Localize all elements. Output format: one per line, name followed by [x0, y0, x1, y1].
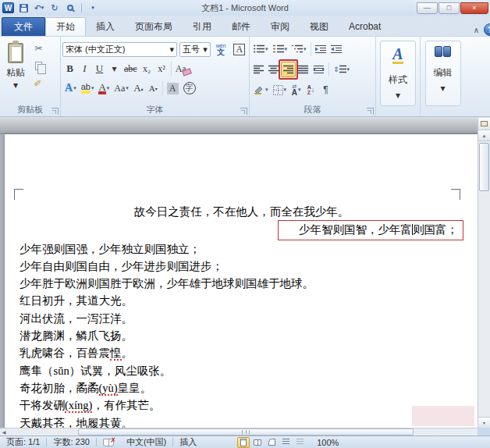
word-count[interactable]: 字数: 230 — [47, 436, 95, 448]
window-buttons: — □ × — [417, 2, 490, 14]
vertical-scrollbar[interactable]: ▴ ▾ — [478, 118, 490, 428]
doc-text: 少年强则国强，少年独立则国独立； — [20, 243, 201, 255]
text-highlight-button[interactable]: ab▾ — [79, 80, 97, 96]
close-button[interactable]: × — [460, 2, 488, 14]
zoom-level[interactable]: 100% — [311, 436, 345, 448]
justify-button[interactable] — [296, 62, 311, 77]
show-hide-marks-button[interactable]: ¶ — [318, 82, 333, 98]
outline-view-button[interactable] — [279, 437, 292, 448]
insert-mode[interactable]: 插入 — [173, 436, 203, 448]
multilevel-list-button[interactable]: ▾ — [289, 41, 309, 57]
language-indicator[interactable]: 中文(中国) — [120, 436, 172, 448]
doc-text: 奇花初胎，矞矞 — [20, 382, 99, 394]
redo-button[interactable]: ↻ — [48, 2, 61, 14]
enclose-characters-button[interactable]: 字 — [181, 80, 198, 96]
tab-page-layout[interactable]: 页面布局 — [125, 17, 183, 36]
status-bar: 页面: 1/1 字数: 230 ✗ 中文(中国) 插入 100% — [0, 436, 490, 448]
borders-button[interactable]: ▾ — [271, 82, 289, 98]
horizontal-scroll-thumb[interactable] — [78, 428, 414, 436]
scroll-up-button[interactable]: ▴ — [478, 130, 490, 141]
align-center-button[interactable] — [266, 62, 281, 77]
styles-label: 样式 — [389, 73, 407, 87]
doc-text: 天戴其苍，地履其黄。 — [20, 417, 133, 428]
shrink-font-button[interactable]: A▾ — [146, 80, 161, 96]
page-indicator[interactable]: 页面: 1/1 — [0, 436, 46, 448]
save-button[interactable] — [17, 2, 30, 14]
doc-line: 奇花初胎，矞矞(yù)皇皇。 — [20, 379, 463, 396]
tab-view[interactable]: 视图 — [300, 17, 339, 36]
asian-layout-button[interactable]: ⇄ A ▾ — [289, 82, 304, 98]
paragraph-dialog-launcher[interactable] — [367, 108, 374, 115]
subscript-button[interactable]: x₂ — [140, 61, 154, 76]
font-color-button[interactable]: A▾ — [96, 80, 112, 96]
format-painter-button[interactable]: ✎ — [31, 75, 46, 91]
web-layout-view-button[interactable] — [265, 437, 278, 448]
decrease-indent-button[interactable] — [313, 41, 328, 57]
character-shading-button[interactable]: A — [165, 80, 181, 96]
strikethrough-button[interactable]: abc — [122, 61, 140, 76]
spellcheck-status[interactable]: ✗ — [97, 436, 120, 448]
pilcrow-icon: ¶ — [323, 84, 328, 95]
paste-button[interactable]: 粘贴 ▾ — [2, 39, 30, 103]
vertical-scroll-thumb[interactable] — [479, 143, 489, 191]
horizontal-scrollbar[interactable]: ◀ — [0, 428, 478, 436]
editing-button[interactable]: 编辑 ▾ — [425, 41, 461, 106]
clear-formatting-button[interactable]: Aa — [173, 61, 189, 76]
underline-dropdown[interactable]: ▾ — [107, 61, 122, 76]
tab-mailings[interactable]: 邮件 — [222, 17, 261, 36]
scroll-down-button[interactable]: ▾ — [478, 417, 490, 428]
align-right-button[interactable] — [281, 62, 296, 77]
document-text[interactable]: 故今日之责任，不在他人，而全在我少年。 少年智则国智，少年富则国富； 少年强则国… — [20, 203, 463, 428]
increase-indent-button[interactable] — [328, 41, 344, 57]
numbering-button[interactable]: ▾ — [271, 41, 290, 57]
tab-file[interactable]: 文件 — [2, 17, 45, 36]
sort-button[interactable]: A Z ↓ — [304, 82, 318, 98]
tab-insert[interactable]: 插入 — [86, 17, 125, 36]
tab-references[interactable]: 引用 — [183, 17, 222, 36]
font-size-combo[interactable]: 五号 ▾ — [179, 42, 211, 57]
ruler-toggle-button[interactable] — [478, 118, 490, 130]
clipboard-dialog-launcher[interactable] — [51, 108, 59, 115]
line-spacing-icon: ⇕ — [333, 66, 339, 73]
customize-qat-button[interactable]: ▾ — [87, 2, 99, 14]
bullets-button[interactable]: ▾ — [251, 41, 271, 57]
italic-button[interactable]: I — [77, 61, 92, 76]
line-spacing-button[interactable]: ⇕ ▾ — [331, 62, 352, 77]
phonetic-guide-button[interactable]: wén 文 — [211, 41, 229, 57]
styles-button[interactable]: A 样式 ▾ — [380, 41, 416, 106]
maximize-button[interactable]: □ — [439, 2, 460, 14]
web-layout-icon — [268, 439, 275, 446]
character-border-button[interactable]: A — [228, 41, 247, 57]
draft-view-button[interactable] — [293, 437, 306, 448]
cut-button[interactable]: ✂ — [31, 41, 46, 56]
word-logo-icon[interactable]: W — [2, 2, 14, 13]
tab-review[interactable]: 审阅 — [261, 17, 300, 36]
page[interactable]: 故今日之责任，不在他人，而全在我少年。 少年智则国智，少年富则国富； 少年强则国… — [5, 134, 478, 428]
tab-acrobat[interactable]: Acrobat — [339, 17, 391, 36]
print-preview-button[interactable] — [64, 2, 76, 14]
scroll-left-button[interactable]: ◀ — [0, 428, 8, 436]
fullscreen-reading-view-button[interactable] — [251, 437, 264, 448]
doc-text: 鹰隼（sǔn）试翼，风尘吸张。 — [20, 364, 171, 377]
tab-home[interactable]: 开始 — [45, 17, 86, 36]
cut-icon: ✂ — [34, 43, 42, 54]
shading-button[interactable]: ▾ — [251, 82, 271, 98]
copy-button[interactable] — [31, 58, 46, 73]
print-layout-view-button[interactable] — [237, 437, 250, 448]
undo-button[interactable]: ↶▾ — [33, 2, 45, 14]
text-effects-button[interactable]: A▾ — [62, 80, 79, 96]
grow-font-button[interactable]: A▴ — [131, 80, 146, 96]
distributed-button[interactable] — [311, 62, 327, 77]
font-dialog-launcher[interactable] — [240, 108, 247, 115]
underline-button[interactable]: U — [92, 61, 107, 76]
align-left-button[interactable] — [251, 62, 266, 77]
spellcheck-marked-text: (yù) — [99, 382, 118, 396]
bold-button[interactable]: B — [62, 61, 77, 76]
superscript-button[interactable]: x² — [154, 61, 169, 76]
font-name-combo[interactable]: 宋体 (中文正文) ▾ — [62, 42, 177, 57]
collapse-ribbon-icon[interactable]: ∧ — [474, 26, 479, 34]
minimize-button[interactable]: — — [417, 2, 438, 14]
help-icon[interactable]: ? — [484, 23, 490, 36]
binocular-right — [443, 46, 451, 57]
change-case-button[interactable]: Aa▾ — [112, 80, 131, 96]
